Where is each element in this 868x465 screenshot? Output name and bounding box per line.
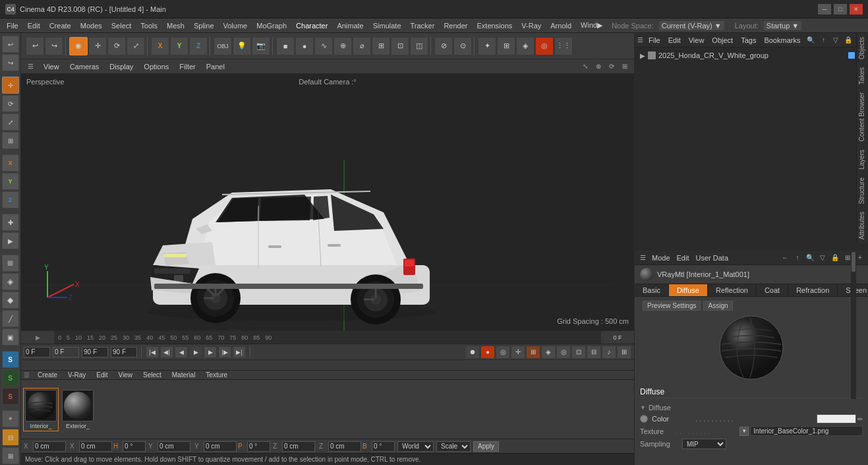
menu-file[interactable]: File [3, 20, 22, 31]
mat-view[interactable]: View [115, 371, 135, 379]
menu-create[interactable]: Create [45, 20, 75, 31]
move-tool[interactable]: ✛ [2, 77, 19, 94]
mat-select[interactable]: Select [140, 371, 164, 379]
tb-bp[interactable]: ◎ [535, 37, 554, 55]
mat-texture[interactable]: Texture [203, 371, 230, 379]
assign-btn[interactable]: Assign [703, 301, 732, 311]
vt-cameras[interactable]: Cameras [67, 61, 102, 72]
minimize-button[interactable]: ─ [818, 4, 831, 15]
s2-icon[interactable]: S [2, 369, 19, 387]
rp-lock-icon[interactable]: 🔒 [843, 35, 854, 46]
material-interior[interactable]: Interior_ [24, 388, 58, 431]
me-edit[interactable]: Edit [674, 253, 692, 263]
vt-orbit-icon[interactable]: ⊕ [593, 61, 604, 72]
me-mode[interactable]: Mode [649, 253, 673, 263]
rotate-tool[interactable]: ⟳ [2, 95, 19, 112]
rp-up-icon[interactable]: ↑ [818, 35, 828, 46]
s-icon[interactable]: S [2, 351, 19, 368]
tab-diffuse[interactable]: Diffuse [669, 284, 708, 296]
key-all-btn[interactable]: ◈ [541, 346, 556, 359]
tb-nurbs[interactable]: ⊕ [333, 37, 352, 55]
mat-material[interactable]: Material [169, 371, 198, 379]
menu-vray[interactable]: V-Ray [517, 20, 545, 31]
menu-character[interactable]: Character [292, 20, 332, 31]
y-pos-input[interactable] [158, 441, 190, 452]
menu-mesh[interactable]: Mesh [163, 20, 188, 31]
tb-render-settings[interactable]: ⊙ [453, 37, 472, 55]
y-size-input[interactable] [204, 441, 237, 452]
vt-extra-icon[interactable]: ⊞ [620, 61, 630, 72]
apply-button[interactable]: Apply [473, 441, 499, 452]
material-exterior[interactable]: Exterior_ [61, 388, 95, 431]
me-userdata[interactable]: User Data [693, 253, 732, 263]
vt-filter[interactable]: Filter [177, 61, 198, 72]
rp-filter-icon[interactable]: ▽ [830, 35, 841, 46]
tb-y-axis[interactable]: Y [170, 37, 188, 55]
z-pos-input[interactable] [282, 441, 315, 452]
tab-attributes[interactable]: Attributes [857, 208, 868, 243]
auto-key-btn[interactable]: ● [480, 346, 495, 359]
goto-end-btn[interactable]: ▶| [233, 346, 246, 358]
tb-deform[interactable]: ⌀ [353, 37, 371, 55]
menu-wind[interactable]: Wind▶ [577, 20, 606, 31]
menu-simulate[interactable]: Simulate [369, 20, 405, 31]
color-swatch[interactable] [817, 414, 856, 423]
tb-undo[interactable]: ↩ [26, 37, 44, 55]
prev-frame-btn[interactable]: ◀ [175, 346, 188, 358]
vt-view[interactable]: View [41, 61, 62, 72]
menu-select[interactable]: Select [107, 20, 136, 31]
tb-live-select[interactable]: ◉ [69, 37, 88, 55]
object-mode[interactable]: X [2, 154, 19, 171]
preview-settings-btn[interactable]: Preview Settings [643, 301, 701, 311]
mat-create[interactable]: Create [35, 371, 60, 379]
texture-type-select[interactable]: ▼ [739, 427, 749, 436]
vt-panel[interactable]: Panel [204, 61, 227, 72]
axis-z[interactable]: Z [2, 191, 19, 208]
audio-btn[interactable]: ♪ [602, 346, 616, 359]
rp-object[interactable]: Object [709, 35, 736, 46]
menu-edit[interactable]: Edit [24, 20, 44, 31]
tab-takes[interactable]: Takes [857, 63, 868, 88]
axis-y[interactable]: Y [2, 173, 19, 190]
rp-bookmarks[interactable]: Bookmarks [761, 35, 803, 46]
tb-boole[interactable]: ⊡ [391, 37, 409, 55]
redo-btn[interactable]: ↪ [2, 54, 19, 71]
start-frame-input[interactable] [24, 347, 50, 357]
menu-arnold[interactable]: Arnold [546, 20, 575, 31]
b-input[interactable] [372, 441, 395, 452]
preview-end-input[interactable] [111, 347, 137, 357]
tb-redo[interactable]: ↪ [45, 37, 63, 55]
me-search2-icon[interactable]: 🔍 [805, 253, 815, 263]
tb-spline[interactable]: ∿ [314, 37, 333, 55]
tab-reflection[interactable]: Reflection [708, 284, 757, 296]
menu-render[interactable]: Render [440, 20, 471, 31]
motion-btn[interactable]: ⊡ [571, 346, 586, 359]
mat-vray[interactable]: V-Ray [65, 371, 88, 379]
me-back-icon[interactable]: ← [780, 253, 790, 263]
layer-btn[interactable]: ⊟ [2, 429, 19, 446]
tab-content-browser[interactable]: Content Browser [857, 88, 868, 145]
maximize-button[interactable]: □ [834, 4, 847, 15]
prev-key-btn[interactable]: ◀| [160, 346, 173, 358]
close-button[interactable]: ✕ [850, 4, 863, 15]
layer-anim-btn[interactable]: ⊟ [587, 346, 601, 359]
x-size-input[interactable] [79, 441, 112, 452]
z-size-input[interactable] [328, 441, 361, 452]
mat-edit[interactable]: Edit [94, 371, 110, 379]
tb-mirror[interactable]: ◈ [516, 37, 535, 55]
vt-hamburger-icon[interactable]: ☰ [25, 61, 36, 72]
next-frame-btn[interactable]: ▶ [204, 346, 217, 358]
transform-tool[interactable]: ⊞ [2, 132, 19, 149]
add-key-btn[interactable]: ✛ [511, 346, 525, 359]
grid-btn[interactable]: ⊞ [2, 447, 19, 464]
menu-animate[interactable]: Animate [333, 20, 367, 31]
tb-rotate[interactable]: ⤢ [127, 37, 145, 55]
rp-tags[interactable]: Tags [738, 35, 759, 46]
tb-move[interactable]: ✛ [88, 37, 107, 55]
viewport-canvas[interactable]: Perspective Default Camera :° Grid Spaci… [21, 74, 634, 330]
rp-hamburger-icon[interactable]: ☰ [637, 35, 643, 46]
tb-snap[interactable]: ✦ [478, 37, 496, 55]
preview-icon[interactable]: ⊞ [617, 346, 631, 359]
scale-tool[interactable]: ⤢ [2, 113, 19, 131]
tb-cube[interactable]: ■ [276, 37, 295, 55]
